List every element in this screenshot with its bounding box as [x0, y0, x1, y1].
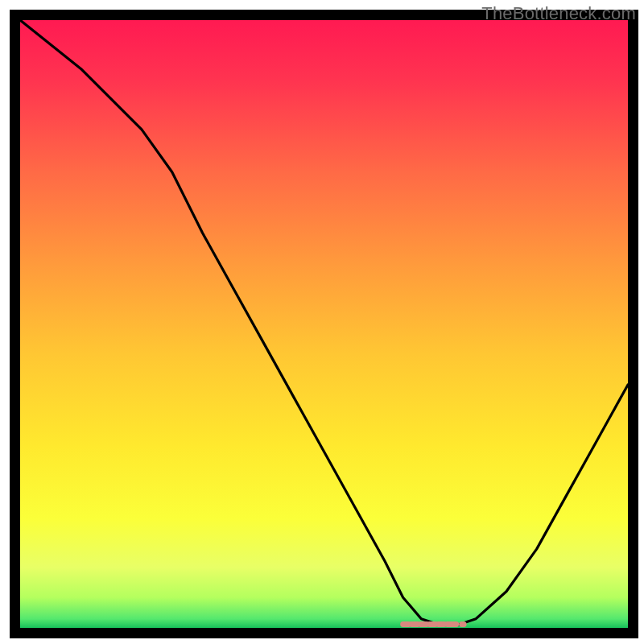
bottleneck-chart [0, 0, 644, 644]
watermark-text: TheBottleneck.com [481, 3, 636, 24]
gradient-background [20, 20, 628, 628]
chart-container: TheBottleneck.com [0, 0, 644, 644]
